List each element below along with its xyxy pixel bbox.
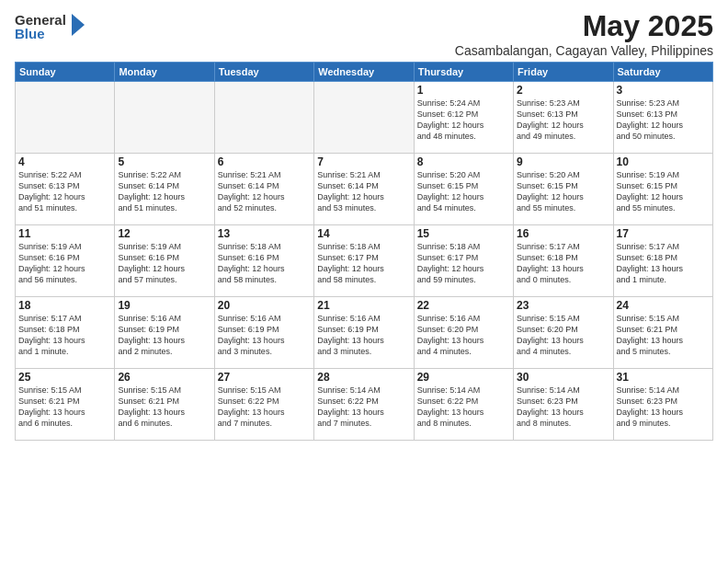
day-info: Sunrise: 5:14 AMSunset: 6:22 PMDaylight:… bbox=[417, 385, 510, 430]
day-number: 1 bbox=[417, 84, 510, 97]
day-number: 11 bbox=[18, 227, 111, 240]
week-row-3: 11Sunrise: 5:19 AMSunset: 6:16 PMDayligh… bbox=[16, 225, 713, 297]
day-number: 27 bbox=[218, 371, 311, 384]
day-number: 8 bbox=[417, 155, 510, 168]
calendar-cell: 23Sunrise: 5:15 AMSunset: 6:20 PMDayligh… bbox=[514, 297, 613, 369]
day-info: Sunrise: 5:18 AMSunset: 6:16 PMDaylight:… bbox=[218, 241, 311, 286]
week-row-4: 18Sunrise: 5:17 AMSunset: 6:18 PMDayligh… bbox=[16, 297, 713, 369]
day-info: Sunrise: 5:14 AMSunset: 6:23 PMDaylight:… bbox=[617, 385, 710, 430]
day-info: Sunrise: 5:20 AMSunset: 6:15 PMDaylight:… bbox=[417, 169, 510, 214]
month-title: May 2025 bbox=[455, 9, 713, 43]
week-row-1: 1Sunrise: 5:24 AMSunset: 6:12 PMDaylight… bbox=[16, 82, 713, 154]
calendar-cell: 11Sunrise: 5:19 AMSunset: 6:16 PMDayligh… bbox=[16, 225, 115, 297]
logo-blue: Blue bbox=[15, 27, 66, 40]
day-number: 26 bbox=[118, 371, 210, 384]
day-number: 21 bbox=[317, 299, 410, 312]
col-monday: Monday bbox=[115, 63, 214, 82]
calendar-cell bbox=[16, 82, 115, 154]
day-number: 12 bbox=[118, 227, 210, 240]
day-number: 18 bbox=[18, 299, 111, 312]
calendar-cell: 14Sunrise: 5:18 AMSunset: 6:17 PMDayligh… bbox=[314, 225, 414, 297]
calendar-table: Sunday Monday Tuesday Wednesday Thursday… bbox=[15, 62, 713, 441]
svg-marker-0 bbox=[72, 14, 85, 36]
day-number: 14 bbox=[317, 227, 410, 240]
day-number: 30 bbox=[517, 371, 609, 384]
calendar-cell: 9Sunrise: 5:20 AMSunset: 6:15 PMDaylight… bbox=[514, 154, 613, 225]
calendar-cell: 29Sunrise: 5:14 AMSunset: 6:22 PMDayligh… bbox=[414, 369, 513, 441]
day-info: Sunrise: 5:16 AMSunset: 6:19 PMDaylight:… bbox=[317, 313, 410, 358]
day-info: Sunrise: 5:17 AMSunset: 6:18 PMDaylight:… bbox=[18, 313, 111, 358]
day-info: Sunrise: 5:19 AMSunset: 6:16 PMDaylight:… bbox=[18, 241, 111, 286]
calendar-cell: 3Sunrise: 5:23 AMSunset: 6:13 PMDaylight… bbox=[613, 82, 712, 154]
calendar-cell: 18Sunrise: 5:17 AMSunset: 6:18 PMDayligh… bbox=[16, 297, 115, 369]
calendar-cell bbox=[314, 82, 414, 154]
day-number: 19 bbox=[118, 299, 210, 312]
day-number: 31 bbox=[617, 371, 710, 384]
day-number: 15 bbox=[417, 227, 510, 240]
col-friday: Friday bbox=[514, 63, 613, 82]
day-info: Sunrise: 5:21 AMSunset: 6:14 PMDaylight:… bbox=[317, 169, 410, 214]
day-info: Sunrise: 5:17 AMSunset: 6:18 PMDaylight:… bbox=[617, 241, 710, 286]
day-number: 7 bbox=[317, 155, 410, 168]
calendar-cell: 19Sunrise: 5:16 AMSunset: 6:19 PMDayligh… bbox=[115, 297, 214, 369]
calendar-cell: 27Sunrise: 5:15 AMSunset: 6:22 PMDayligh… bbox=[214, 369, 313, 441]
day-number: 13 bbox=[218, 227, 311, 240]
calendar-cell: 25Sunrise: 5:15 AMSunset: 6:21 PMDayligh… bbox=[16, 369, 115, 441]
calendar-cell: 5Sunrise: 5:22 AMSunset: 6:14 PMDaylight… bbox=[115, 154, 214, 225]
day-info: Sunrise: 5:22 AMSunset: 6:13 PMDaylight:… bbox=[18, 169, 111, 214]
calendar-cell: 20Sunrise: 5:16 AMSunset: 6:19 PMDayligh… bbox=[214, 297, 313, 369]
logo-text: General Blue bbox=[15, 13, 66, 40]
day-number: 17 bbox=[617, 227, 710, 240]
day-number: 2 bbox=[517, 84, 609, 97]
col-thursday: Thursday bbox=[414, 63, 513, 82]
day-info: Sunrise: 5:16 AMSunset: 6:20 PMDaylight:… bbox=[417, 313, 510, 358]
day-info: Sunrise: 5:22 AMSunset: 6:14 PMDaylight:… bbox=[118, 169, 210, 214]
day-info: Sunrise: 5:19 AMSunset: 6:16 PMDaylight:… bbox=[118, 241, 210, 286]
day-info: Sunrise: 5:18 AMSunset: 6:17 PMDaylight:… bbox=[417, 241, 510, 286]
day-number: 3 bbox=[617, 84, 710, 97]
calendar-cell: 2Sunrise: 5:23 AMSunset: 6:13 PMDaylight… bbox=[514, 82, 613, 154]
location-title: Casambalangan, Cagayan Valley, Philippin… bbox=[455, 43, 713, 58]
calendar-cell: 17Sunrise: 5:17 AMSunset: 6:18 PMDayligh… bbox=[613, 225, 712, 297]
col-tuesday: Tuesday bbox=[214, 63, 313, 82]
logo: General Blue bbox=[15, 13, 86, 40]
day-number: 9 bbox=[517, 155, 609, 168]
calendar-cell bbox=[214, 82, 313, 154]
calendar-cell: 1Sunrise: 5:24 AMSunset: 6:12 PMDaylight… bbox=[414, 82, 513, 154]
calendar-cell: 16Sunrise: 5:17 AMSunset: 6:18 PMDayligh… bbox=[514, 225, 613, 297]
day-number: 16 bbox=[517, 227, 609, 240]
calendar-cell: 4Sunrise: 5:22 AMSunset: 6:13 PMDaylight… bbox=[16, 154, 115, 225]
day-info: Sunrise: 5:16 AMSunset: 6:19 PMDaylight:… bbox=[218, 313, 311, 358]
calendar-cell: 22Sunrise: 5:16 AMSunset: 6:20 PMDayligh… bbox=[414, 297, 513, 369]
day-info: Sunrise: 5:20 AMSunset: 6:15 PMDaylight:… bbox=[517, 169, 609, 214]
day-info: Sunrise: 5:14 AMSunset: 6:22 PMDaylight:… bbox=[317, 385, 410, 430]
day-info: Sunrise: 5:15 AMSunset: 6:21 PMDaylight:… bbox=[118, 385, 210, 430]
day-number: 24 bbox=[617, 299, 710, 312]
day-info: Sunrise: 5:15 AMSunset: 6:21 PMDaylight:… bbox=[18, 385, 111, 430]
calendar-cell: 8Sunrise: 5:20 AMSunset: 6:15 PMDaylight… bbox=[414, 154, 513, 225]
day-info: Sunrise: 5:21 AMSunset: 6:14 PMDaylight:… bbox=[218, 169, 311, 214]
day-info: Sunrise: 5:15 AMSunset: 6:20 PMDaylight:… bbox=[517, 313, 609, 358]
day-info: Sunrise: 5:19 AMSunset: 6:15 PMDaylight:… bbox=[617, 169, 710, 214]
header: General Blue May 2025 Casambalangan, Cag… bbox=[15, 9, 713, 58]
day-info: Sunrise: 5:23 AMSunset: 6:13 PMDaylight:… bbox=[617, 98, 710, 143]
day-info: Sunrise: 5:15 AMSunset: 6:22 PMDaylight:… bbox=[218, 385, 311, 430]
day-number: 4 bbox=[18, 155, 111, 168]
calendar-cell: 6Sunrise: 5:21 AMSunset: 6:14 PMDaylight… bbox=[214, 154, 313, 225]
logo-general: General bbox=[15, 13, 66, 27]
calendar-cell: 7Sunrise: 5:21 AMSunset: 6:14 PMDaylight… bbox=[314, 154, 414, 225]
calendar-cell: 15Sunrise: 5:18 AMSunset: 6:17 PMDayligh… bbox=[414, 225, 513, 297]
day-info: Sunrise: 5:17 AMSunset: 6:18 PMDaylight:… bbox=[517, 241, 609, 286]
calendar-cell: 13Sunrise: 5:18 AMSunset: 6:16 PMDayligh… bbox=[214, 225, 313, 297]
title-block: May 2025 Casambalangan, Cagayan Valley, … bbox=[455, 9, 713, 58]
day-info: Sunrise: 5:24 AMSunset: 6:12 PMDaylight:… bbox=[417, 98, 510, 143]
col-wednesday: Wednesday bbox=[314, 63, 414, 82]
day-number: 5 bbox=[118, 155, 210, 168]
day-info: Sunrise: 5:15 AMSunset: 6:21 PMDaylight:… bbox=[617, 313, 710, 358]
day-info: Sunrise: 5:16 AMSunset: 6:19 PMDaylight:… bbox=[118, 313, 210, 358]
day-number: 29 bbox=[417, 371, 510, 384]
day-number: 20 bbox=[218, 299, 311, 312]
calendar-cell: 28Sunrise: 5:14 AMSunset: 6:22 PMDayligh… bbox=[314, 369, 414, 441]
week-row-2: 4Sunrise: 5:22 AMSunset: 6:13 PMDaylight… bbox=[16, 154, 713, 225]
day-info: Sunrise: 5:23 AMSunset: 6:13 PMDaylight:… bbox=[517, 98, 609, 143]
